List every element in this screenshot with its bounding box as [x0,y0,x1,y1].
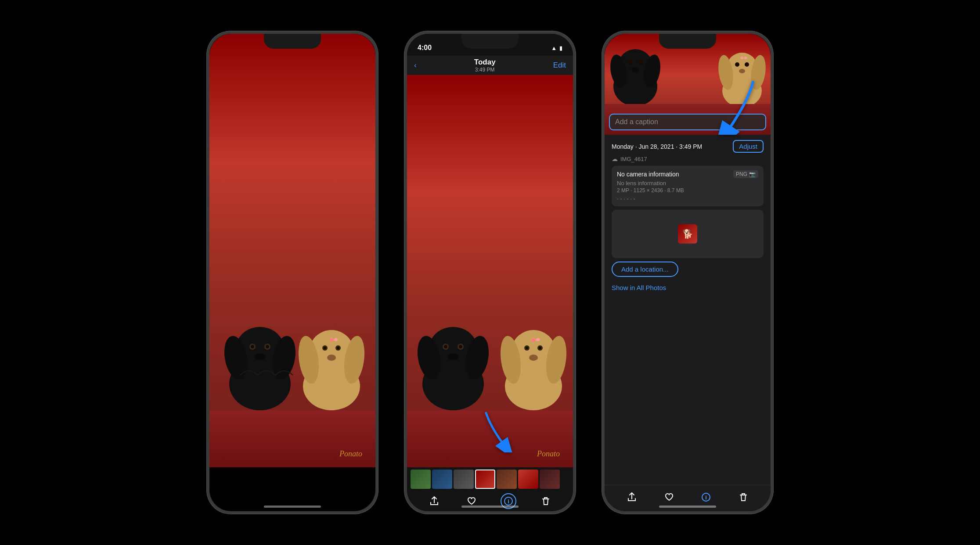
phone-2: 4:00 ▲ ▮ ‹ Today 3:49 PM Edit [404,31,576,514]
phone-3: Add a caption Monday · Jun 28 [602,31,773,514]
nav-bar-2: ‹ Today 3:49 PM Edit [407,56,573,75]
svg-point-37 [532,338,535,342]
svg-point-18 [330,338,333,342]
photo-area-2: Ponato [407,75,573,467]
delete-button-3[interactable] [739,492,748,505]
photo-area-1: Ponato [209,34,375,467]
nav-title-2: Today [474,58,496,67]
thumbnail-1[interactable] [411,470,431,489]
svg-point-47 [632,67,639,72]
phone-2-screen: 4:00 ▲ ▮ ‹ Today 3:49 PM Edit [407,34,573,511]
thumbnail-2[interactable] [432,470,452,489]
nav-title-block-2: Today 3:49 PM [474,58,496,73]
dashes: · - · - · - [617,195,758,202]
caption-placeholder: Add a caption [615,118,658,125]
svg-text:i: i [508,498,509,505]
drape-1 [209,410,375,467]
add-location-wrapper: Add a location... [612,262,764,280]
svg-point-52 [735,62,739,67]
home-indicator-3[interactable] [659,506,716,508]
status-time-2: 4:00 [418,44,432,52]
cloud-icon: ☁ [612,155,618,162]
wifi-icon: ▲ [551,45,557,51]
dog-blonde-2 [498,309,569,415]
back-button-2[interactable]: ‹ [414,61,417,70]
svg-point-26 [459,345,462,348]
dog-black-2 [416,305,490,415]
thumbnail-7[interactable] [540,470,560,489]
svg-point-54 [739,69,745,73]
status-icons-2: ▲ ▮ [551,45,562,51]
signature-2: Ponato [537,449,560,459]
adjust-button[interactable]: Adjust [733,140,764,153]
phone-3-screen: Add a caption Monday · Jun 28 [605,34,771,511]
svg-point-24 [444,345,447,348]
map-dog-icon: 🐕 [682,229,693,239]
drape-2 [407,410,573,467]
dog-black-3 [609,34,662,108]
dog-blonde-3 [718,38,766,108]
photo-background-1: Ponato [209,34,375,467]
info-button-3[interactable]: i [701,492,711,505]
edit-button-2[interactable]: Edit [553,61,566,70]
camera-info-text: No camera information [617,171,679,178]
map-area: 🐕 [612,210,764,258]
info-panel: Add a caption Monday · Jun 28 [605,34,771,511]
camera-info-row: No camera information PNG 📷 [617,170,758,178]
share-button-3[interactable] [627,492,637,505]
thumbnail-strip-2 [407,467,573,491]
svg-point-53 [745,62,749,67]
info-photo: Add a caption [605,34,771,135]
svg-point-7 [266,345,269,348]
png-label: PNG [736,171,747,177]
caption-field[interactable]: Add a caption [609,114,766,130]
thumbnail-4-active[interactable] [475,470,495,489]
add-location-button[interactable]: Add a location... [612,262,678,277]
thumbnail-5[interactable] [497,470,517,489]
svg-point-14 [324,347,326,349]
info-filename: IMG_4617 [620,156,647,162]
nav-subtitle-2: 3:49 PM [474,67,496,73]
home-indicator-1[interactable] [264,506,321,508]
thumbnail-3[interactable] [454,470,474,489]
photo-specs: 2 MP · 1125 × 2436 · 8.7 MB [617,187,758,194]
svg-point-16 [337,347,339,349]
thumbnail-6[interactable] [518,470,538,489]
dog-blonde-1 [296,309,367,415]
info-content: Monday · Jun 28, 2021 · 3:49 PM Adjust ☁… [605,135,771,485]
date-adjust-row: Monday · Jun 28, 2021 · 3:49 PM Adjust [612,140,764,153]
svg-point-36 [529,355,538,361]
delete-button-2[interactable] [538,493,554,509]
svg-point-8 [255,353,265,360]
phone-1-screen: Ponato [209,34,375,511]
map-thumbnail: 🐕 [678,224,697,244]
show-all-photos-link[interactable]: Show in All Photos [612,284,764,291]
action-bar-2: i [407,491,573,511]
info-date: Monday · Jun 28, 2021 · 3:49 PM [612,143,702,150]
bottom-toolbar-2: i [407,467,573,511]
battery-icon: ▮ [559,45,562,51]
svg-point-17 [327,355,336,361]
svg-point-45 [628,60,632,65]
svg-point-35 [539,347,541,349]
png-badge: PNG 📷 [733,170,758,178]
home-indicator-2[interactable] [461,506,519,508]
status-bar-2: 4:00 ▲ ▮ [407,34,573,56]
photo-background-2: Ponato [407,75,573,467]
info-filename-row: ☁ IMG_4617 [612,155,764,162]
phone-1: Ponato [207,31,378,514]
lens-info: No lens information [617,180,758,186]
signature-1: Ponato [339,449,362,459]
svg-point-33 [526,347,528,349]
favorite-button-3[interactable] [664,492,674,505]
share-button-2[interactable] [426,493,442,509]
camera-info-card: No camera information PNG 📷 No lens info… [612,166,764,206]
svg-text:i: i [705,494,707,501]
svg-point-46 [638,60,643,65]
svg-point-27 [448,353,458,360]
camera-icon: 📷 [749,171,756,177]
svg-point-5 [251,345,254,348]
dog-black-1 [223,305,297,415]
